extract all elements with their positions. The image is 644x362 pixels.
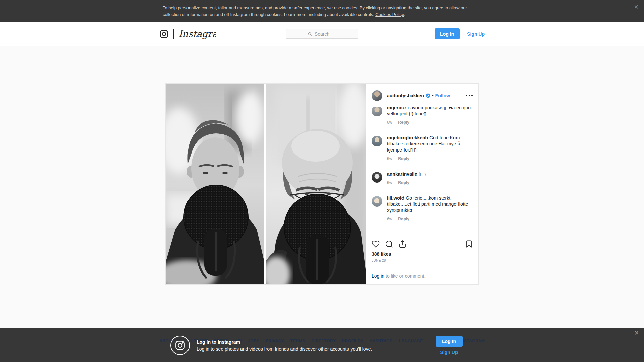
- commenter-username[interactable]: lill.wold: [387, 195, 404, 201]
- cookie-text-period: .: [404, 12, 405, 17]
- comment-reply-button[interactable]: Reply: [398, 120, 409, 125]
- post-actions: 388 likes JUNE 28: [366, 236, 478, 267]
- comment-bubble-icon[interactable]: [385, 240, 393, 248]
- instagram-camera-icon: [159, 29, 169, 39]
- instagram-logo[interactable]: Instagram: [159, 28, 216, 40]
- header-login-button[interactable]: Log In: [435, 28, 460, 39]
- login-banner-close-icon[interactable]: ✕: [634, 330, 639, 336]
- cookie-banner-text: To help personalize content, tailor and …: [163, 5, 481, 18]
- footer-signup-link[interactable]: Sign Up: [440, 350, 458, 355]
- login-banner-title: Log In to Instagram: [197, 339, 372, 345]
- comment-timestamp: 6w: [387, 120, 392, 125]
- photo-right-man: [262, 84, 366, 284]
- instagram-wordmark: Instagram: [178, 28, 216, 40]
- photo-left-man: [166, 84, 270, 284]
- cookies-policy-link[interactable]: Cookies Policy: [375, 12, 404, 17]
- login-prompt: Log in to like or comment.: [366, 267, 478, 284]
- login-prompt-text: to like or comment.: [384, 273, 425, 279]
- brand-divider: [173, 29, 174, 39]
- follow-button[interactable]: Follow: [435, 93, 450, 98]
- verified-badge-icon: [426, 93, 430, 98]
- search-input[interactable]: [286, 29, 358, 39]
- more-options-icon: [466, 95, 473, 97]
- login-prompt-link[interactable]: Log in: [372, 273, 384, 279]
- comment-timestamp: 6w: [387, 217, 392, 221]
- site-header: Instagram Log In Sign Up: [0, 22, 644, 46]
- search-box: [286, 29, 358, 39]
- post-author-avatar[interactable]: [372, 90, 382, 101]
- site-footer: ABOUT US SUPPORT PRESS API JOBS PRIVACY …: [0, 328, 644, 362]
- likes-count[interactable]: 388 likes: [372, 251, 473, 257]
- login-banner-subtitle: Log in to see photos and videos from fri…: [197, 346, 372, 352]
- comment-reply-button[interactable]: Reply: [398, 156, 409, 161]
- commenter-avatar[interactable]: [372, 107, 382, 116]
- post-detail-pane: audunlysbakken • Follow ingerburFavoritt…: [366, 84, 478, 284]
- comment-timestamp: 6w: [387, 180, 392, 185]
- login-banner: Log In to Instagram Log in to see photos…: [159, 328, 485, 362]
- commenter-username[interactable]: ingeborgbrekkenh: [387, 135, 428, 140]
- comment-timestamp: 6w: [387, 156, 392, 161]
- bookmark-icon[interactable]: [465, 240, 473, 248]
- share-icon[interactable]: [398, 240, 407, 248]
- post-date: JUNE 28: [372, 259, 473, 262]
- instagram-camera-icon: [175, 340, 185, 351]
- cookie-text-body: To help personalize content, tailor and …: [163, 5, 467, 17]
- comment-row: ingeborgbrekkenhGod ferie.Kom tilbake st…: [372, 135, 473, 161]
- post-card: audunlysbakken • Follow ingerburFavoritt…: [165, 83, 479, 285]
- post-header: audunlysbakken • Follow: [366, 84, 478, 107]
- photo-divider: [264, 84, 266, 284]
- cookie-close-icon[interactable]: ✕: [634, 4, 639, 10]
- cookie-banner: To help personalize content, tailor and …: [0, 0, 644, 22]
- post-author-username[interactable]: audunlysbakken: [387, 93, 424, 98]
- commenter-avatar[interactable]: [372, 172, 382, 183]
- instagram-ring-logo: [170, 336, 190, 355]
- commenter-avatar[interactable]: [372, 136, 382, 146]
- footer-login-button[interactable]: Log In: [436, 336, 463, 347]
- commenter-username[interactable]: ingerbur: [387, 107, 406, 110]
- more-options-button[interactable]: [466, 95, 473, 97]
- commenter-avatar[interactable]: [372, 196, 382, 207]
- comment-reply-button[interactable]: Reply: [398, 180, 409, 185]
- comments-list: ingerburFavoritt-podkast!▯▯ Ha en god ve…: [366, 107, 478, 236]
- comment-text: !▯ ♀: [419, 171, 427, 177]
- commenter-username[interactable]: annkarinvalle: [387, 171, 417, 177]
- instagram-wordmark-text: Instagram: [179, 28, 216, 39]
- follow-separator: •: [432, 93, 434, 98]
- header-signup-link[interactable]: Sign Up: [467, 31, 485, 37]
- post-image: [166, 84, 366, 284]
- like-heart-icon[interactable]: [372, 240, 380, 248]
- comment-row: lill.woldGo ferie.....kom sterkt tilbake…: [372, 195, 473, 221]
- comment-row: ingerburFavoritt-podkast!▯▯ Ha en god ve…: [372, 107, 473, 125]
- comment-row: annkarinvalle!▯ ♀ 6w Reply: [372, 171, 473, 185]
- comment-reply-button[interactable]: Reply: [398, 217, 409, 221]
